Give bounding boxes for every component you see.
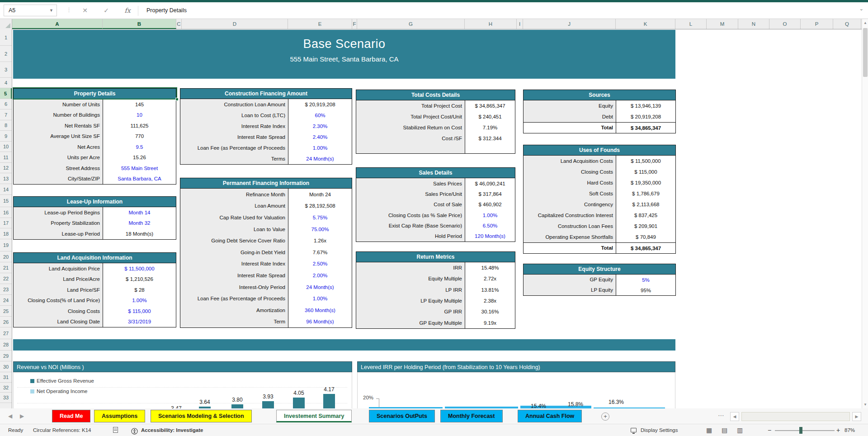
row-value-cell[interactable]: $ 11,500,000 [103, 266, 176, 271]
zoom-slider-thumb[interactable] [799, 427, 802, 434]
row-header-25[interactable]: 25 [0, 306, 12, 317]
row-value-cell[interactable]: 770 [103, 133, 176, 139]
row-label-cell[interactable]: Land Price/SF [14, 284, 103, 295]
row-value-cell[interactable]: 555 Main Street [103, 166, 176, 171]
zoom-slider-track[interactable] [775, 430, 835, 431]
row-header-23[interactable]: 23 [0, 284, 12, 295]
row-value-cell[interactable]: 9.19x [465, 320, 515, 326]
display-settings-button[interactable]: Display Settings [641, 424, 678, 436]
row-header-29[interactable]: 29 [0, 351, 12, 361]
row-header-9[interactable]: 9 [0, 131, 12, 142]
row-label-cell[interactable]: Contingency [524, 199, 616, 210]
row-header-8[interactable]: 8 [0, 120, 12, 131]
row-label-cell[interactable]: Equity Multiple [356, 273, 465, 284]
row-value-cell[interactable]: 1.00% [288, 296, 352, 301]
row-label-cell[interactable]: Closing Costs [14, 306, 103, 317]
cancel-icon[interactable]: ✕ [79, 5, 91, 16]
row-label-cell[interactable]: Capitalized Construction Interest [524, 210, 616, 221]
table-title[interactable]: Return Metrics [356, 252, 515, 262]
row-label-cell[interactable]: LP IRR [356, 284, 465, 295]
row-header-32[interactable]: 32 [0, 383, 12, 393]
row-header-11[interactable]: 11 [0, 152, 12, 163]
row-label-cell[interactable]: GP IRR [356, 306, 465, 317]
accessibility-status[interactable]: Accessibility: Investigate [141, 424, 203, 436]
row-label-cell[interactable]: Loan Fee (as Percentage of Proceeds [180, 293, 288, 304]
circular-references-status[interactable]: Circular References: K14 [33, 424, 91, 436]
scroll-up-icon[interactable]: ▲ [862, 19, 868, 27]
row-header-20[interactable]: 20 [0, 251, 12, 262]
column-header-F[interactable]: F [352, 19, 357, 29]
new-sheet-button[interactable]: + [601, 412, 609, 421]
levered-irr-chart[interactable]: 20% 15.4%15.8%16.3% [357, 372, 675, 408]
row-label-cell[interactable]: Cap Rate Used for Valuation [180, 212, 288, 223]
row-label-cell[interactable]: Closing Costs(% of Land Price) [14, 295, 103, 306]
row-header-4[interactable]: 4 [0, 78, 12, 88]
row-label-cell[interactable]: Cost of Sale [356, 199, 465, 210]
row-value-cell[interactable]: $ 2,113,668 [616, 202, 675, 207]
row-label-cell[interactable]: Property Stabilization [14, 218, 103, 229]
row-header-5[interactable]: 5 [0, 88, 12, 99]
sheet-tab[interactable]: Investement Summary [276, 410, 352, 422]
row-label-cell[interactable]: Loan to Value [180, 223, 288, 235]
table-title[interactable]: Sources [524, 90, 675, 100]
row-label-cell[interactable]: Equity [524, 100, 616, 111]
vertical-scroll-thumb[interactable] [863, 28, 868, 77]
table-title[interactable]: Total Costs Details [356, 90, 515, 100]
row-value-cell[interactable]: Month 14 [103, 210, 176, 215]
row-value-cell[interactable]: 60% [288, 113, 352, 118]
column-header-C[interactable]: C [176, 19, 182, 29]
insert-function-icon[interactable]: fx [122, 5, 133, 16]
row-value-cell[interactable]: $ 460,902 [465, 202, 515, 207]
row-label-cell[interactable]: Loan to Cost (LTC) [180, 110, 288, 121]
row-value-cell[interactable]: 75.00% [288, 227, 352, 232]
row-value-cell[interactable]: $ 34,865,347 [465, 103, 515, 109]
row-value-cell[interactable]: 120 Month(s) [465, 233, 515, 239]
row-label-cell[interactable]: Interest Rate Index [180, 258, 288, 270]
row-header-19[interactable]: 19 [0, 239, 12, 251]
row-value-cell[interactable]: 5.75% [288, 215, 352, 220]
row-value-cell[interactable]: $ 19,350,000 [616, 180, 675, 185]
column-header-L[interactable]: L [675, 19, 707, 29]
row-label-cell[interactable]: Lease-up Period [14, 228, 103, 239]
row-header-13[interactable]: 13 [0, 173, 12, 184]
row-value-cell[interactable]: $ 1,786,679 [616, 191, 675, 196]
column-header-P[interactable]: P [801, 19, 833, 29]
row-value-cell[interactable]: 18 Month(s) [103, 231, 176, 237]
row-header-3[interactable]: 3 [0, 62, 12, 78]
row-value-cell[interactable]: $ 20,919,208 [288, 102, 352, 107]
zoom-level[interactable]: 87% [844, 424, 855, 436]
row-label-cell[interactable]: GP Equity [524, 275, 616, 285]
sheet-tab[interactable]: Monthly Forecast [440, 410, 503, 422]
row-value-cell[interactable]: 1.26x [288, 238, 352, 243]
fill-handle[interactable] [175, 98, 179, 101]
row-label-cell[interactable]: Land Closing Date [14, 317, 103, 327]
tab-scroll-left-icon[interactable]: ◀ [8, 413, 12, 419]
row-label-cell[interactable]: Interest Rate Spread [180, 270, 288, 281]
row-label-cell[interactable]: Total [524, 243, 616, 253]
row-value-cell[interactable]: Month 32 [103, 220, 176, 226]
row-label-cell[interactable]: Exist Cap Rate (Base Scenario) [356, 220, 465, 231]
sheet-tab[interactable]: Read Me [52, 410, 90, 422]
row-value-cell[interactable]: $ 28,192,508 [288, 203, 352, 209]
row-label-cell[interactable]: LP Equity Multiple [356, 295, 465, 306]
row-label-cell[interactable]: Going Debt Service Cover Ratio [180, 235, 288, 246]
row-label-cell[interactable]: Closing Costs (as % Sale Price) [356, 210, 465, 220]
column-header-M[interactable]: M [707, 19, 738, 29]
table-title[interactable]: Land Acquisition Information [14, 253, 176, 263]
row-value-cell[interactable]: 13.81% [465, 287, 515, 293]
row-label-cell[interactable]: Hold Period [356, 231, 465, 241]
sheet-tab[interactable]: Assumptions [94, 410, 145, 422]
row-label-cell[interactable]: Total [524, 123, 616, 133]
row-label-cell[interactable]: Cost /SF [356, 133, 465, 144]
table-title[interactable]: Lease-Up Information [14, 197, 176, 207]
row-value-cell[interactable]: 2.30% [288, 123, 352, 129]
row-value-cell[interactable]: 1.00% [465, 213, 515, 218]
column-header-D[interactable]: D [182, 19, 288, 29]
row-header-17[interactable]: 17 [0, 218, 12, 228]
row-label-cell[interactable]: Interest Rate Index [180, 121, 288, 132]
row-label-cell[interactable]: Going-in Debt Yield [180, 246, 288, 258]
row-value-cell[interactable]: 145 [103, 102, 176, 107]
row-header-12[interactable]: 12 [0, 163, 12, 173]
row-label-cell[interactable]: Total Project Cost [356, 100, 465, 111]
enter-icon[interactable]: ✓ [100, 5, 112, 16]
